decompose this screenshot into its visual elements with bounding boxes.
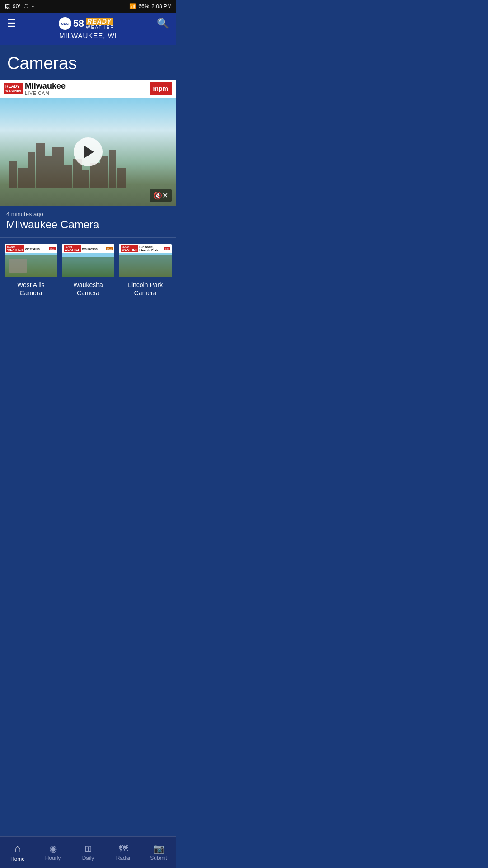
page-title: Cameras (7, 54, 169, 73)
camera-info-section: 4 minutes ago Milwaukee Camera (0, 206, 176, 238)
location-display: MILWAUKEE, WI (59, 32, 117, 39)
ready-weather-branding: READY WEATHER (86, 18, 114, 30)
mpm-badge: mpm (149, 81, 173, 96)
thumb-brand-badge-lincoln: READYWEATHER Glendale, Lincoln Park (121, 245, 164, 252)
thumb-location-lincoln: Glendale, Lincoln Park (139, 245, 164, 252)
camera-live-label: LIVE CAM (25, 91, 66, 96)
thumb-label-waukesha: WaukeshaCamera (73, 281, 103, 297)
main-camera-section[interactable]: READYWEATHER Milwaukee LIVE CAM mpm (0, 80, 176, 206)
camera-city-name: Milwaukee (25, 81, 66, 91)
ready-weather-badge-box: READYWEATHER (4, 83, 23, 94)
search-button[interactable]: 🔍 (157, 18, 169, 29)
cbs-logo-circle: CBS (59, 17, 71, 30)
camera-brand-badge: READYWEATHER Milwaukee LIVE CAM (4, 81, 66, 96)
page-title-section: Cameras (0, 45, 176, 80)
logo-container: CBS 58 READY WEATHER (59, 17, 115, 30)
app-header: ☰ CBS 58 READY WEATHER 🔍 MILWAUKEE, WI (0, 13, 176, 45)
thumbnail-west-allis[interactable]: READYWEATHER West Allis MKE West AllisCa… (5, 244, 57, 297)
ready-label: READY (86, 18, 113, 25)
status-left: 🖼 90° ⏱ ·· (5, 3, 35, 9)
camera-header-bar: READYWEATHER Milwaukee LIVE CAM mpm (0, 80, 176, 98)
nav-spacer (0, 303, 176, 335)
camera-name: Milwaukee Camera (6, 218, 170, 231)
thumb-img-west-allis: READYWEATHER West Allis MKE (5, 244, 57, 277)
clock-icon: ⏱ (23, 3, 29, 9)
wifi-icon: 📶 (129, 3, 136, 9)
thumb-brand-badge-waukesha: READYWEATHER Waukesha (64, 245, 98, 252)
thumb-label-lincoln-park: Lincoln ParkCamera (128, 281, 163, 297)
camera-time-ago: 4 minutes ago (6, 211, 170, 217)
thumb-location-west-allis: West Allis (25, 247, 40, 250)
thumbnail-waukesha[interactable]: READYWEATHER Waukesha FOX WaukeshaCamera (62, 244, 115, 297)
cbs-number: 58 (73, 18, 84, 29)
status-right: 📶 66% 2:08 PM (129, 3, 172, 9)
thumb-brand-badge: READYWEATHER West Allis (6, 245, 40, 252)
dots-icon: ·· (32, 3, 35, 9)
thumb-img-lincoln-park: READYWEATHER Glendale, Lincoln Park CBS (119, 244, 172, 277)
camera-thumbnail-grid: READYWEATHER West Allis MKE West AllisCa… (0, 238, 176, 303)
menu-button[interactable]: ☰ (7, 19, 16, 28)
battery-status: 66% (138, 3, 149, 9)
status-bar: 🖼 90° ⏱ ·· 📶 66% 2:08 PM (0, 0, 176, 13)
play-button[interactable] (74, 137, 103, 166)
thumb-location-waukesha: Waukesha (82, 247, 98, 250)
play-triangle-icon (84, 146, 94, 158)
mute-button[interactable]: 🔇✕ (150, 189, 172, 202)
thumb-img-waukesha: READYWEATHER Waukesha FOX (62, 244, 115, 277)
temperature-status: 90° (13, 3, 21, 9)
photo-icon: 🖼 (5, 3, 10, 9)
weather-label: WEATHER (86, 25, 114, 30)
camera-video-area[interactable]: 🔇✕ (0, 98, 176, 206)
time-status: 2:08 PM (151, 3, 172, 9)
app-logo: CBS 58 READY WEATHER (59, 17, 115, 30)
thumbnail-lincoln-park[interactable]: READYWEATHER Glendale, Lincoln Park CBS … (119, 244, 172, 297)
thumb-label-west-allis: West AllisCamera (17, 281, 44, 297)
